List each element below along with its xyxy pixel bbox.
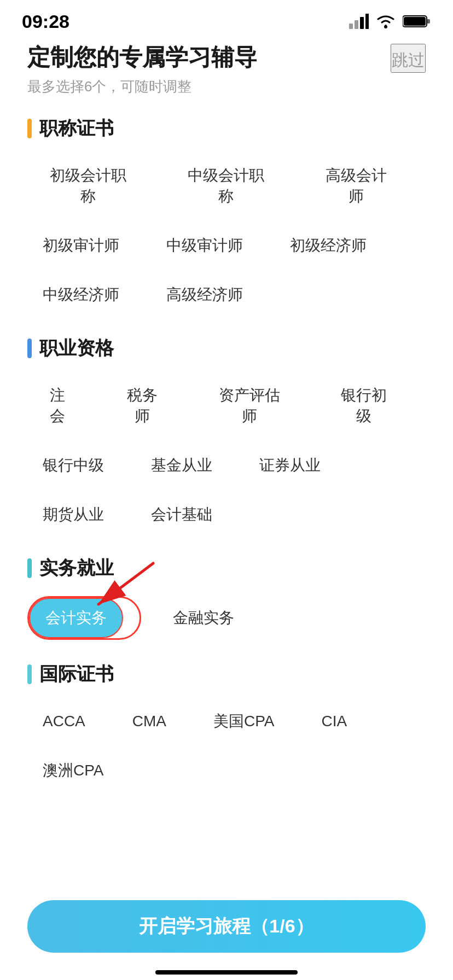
tag-中级会计职称[interactable]: 中级会计职称 — [165, 156, 287, 215]
svg-rect-6 — [427, 19, 430, 24]
section-title-zhiye: 职业资格 — [39, 336, 114, 361]
zhicheng-row-1: 初级会计职称 中级会计职称 高级会计师 — [27, 156, 426, 215]
tag-澳洲CPA[interactable]: 澳洲CPA — [27, 751, 119, 790]
section-shiwu: 实务就业 会计实务 金融实务 — [27, 556, 426, 640]
status-bar: 09:28 — [0, 0, 453, 33]
page-header: 定制您的专属学习辅导 跳过 — [27, 44, 426, 73]
tag-金融实务[interactable]: 金融实务 — [158, 596, 249, 640]
tag-证券从业[interactable]: 证券从业 — [244, 446, 336, 485]
section-indicator-zhiye — [27, 339, 32, 358]
zhicheng-row-3: 中级经济师 高级经济师 — [27, 276, 426, 314]
zhiye-row-3: 期货从业 会计基础 — [27, 495, 426, 534]
tag-银行初级[interactable]: 银行初级 — [318, 376, 409, 435]
section-title-guoji: 国际证书 — [39, 662, 114, 687]
skip-button[interactable]: 跳过 — [391, 44, 426, 73]
zhicheng-row-2: 初级审计师 中级审计师 初级经济师 — [27, 226, 426, 265]
section-indicator-guoji — [27, 664, 32, 684]
section-header-guoji: 国际证书 — [27, 662, 426, 687]
tag-初级会计职称[interactable]: 初级会计职称 — [27, 156, 149, 215]
signal-icon — [349, 14, 369, 29]
tag-中级经济师[interactable]: 中级经济师 — [27, 276, 135, 314]
tag-ACCA[interactable]: ACCA — [27, 702, 101, 740]
section-indicator-shiwu — [27, 558, 32, 578]
svg-rect-1 — [355, 20, 358, 29]
bottom-bar: 开启学习旅程（1/6） — [0, 889, 453, 980]
tag-注会[interactable]: 注会 — [27, 376, 88, 435]
home-indicator — [155, 970, 298, 975]
section-header-zhicheng: 职称证书 — [27, 116, 426, 141]
section-zhicheng: 职称证书 初级会计职称 中级会计职称 高级会计师 初级审计师 中级审计师 初级经… — [27, 116, 426, 314]
svg-rect-3 — [365, 14, 369, 29]
section-title-zhicheng: 职称证书 — [39, 116, 114, 141]
wifi-icon — [375, 14, 396, 29]
svg-rect-7 — [404, 17, 426, 26]
section-guoji: 国际证书 ACCA CMA 美国CPA CIA 澳洲CPA — [27, 662, 426, 790]
tag-期货从业[interactable]: 期货从业 — [27, 495, 119, 534]
red-arrow-icon — [77, 558, 164, 612]
tag-税务师[interactable]: 税务师 — [104, 376, 180, 435]
svg-line-9 — [98, 563, 153, 604]
tag-中级审计师[interactable]: 中级审计师 — [151, 226, 258, 265]
status-time: 09:28 — [22, 11, 69, 32]
zhiye-row-2: 银行中级 基金从业 证券从业 — [27, 446, 426, 485]
page-subtitle: 最多选择6个，可随时调整 — [27, 77, 426, 96]
tag-银行中级[interactable]: 银行中级 — [27, 446, 119, 485]
tag-初级经济师[interactable]: 初级经济师 — [275, 226, 382, 265]
section-indicator-zhicheng — [27, 119, 32, 138]
section-header-zhiye: 职业资格 — [27, 336, 426, 361]
tag-高级经济师[interactable]: 高级经济师 — [151, 276, 258, 314]
guoji-row-1: ACCA CMA 美国CPA CIA — [27, 702, 426, 740]
tag-基金从业[interactable]: 基金从业 — [136, 446, 228, 485]
tag-美国CPA[interactable]: 美国CPA — [198, 702, 290, 740]
tag-高级会计师[interactable]: 高级会计师 — [303, 156, 409, 215]
svg-rect-2 — [360, 17, 364, 29]
tag-初级审计师[interactable]: 初级审计师 — [27, 226, 135, 265]
svg-point-4 — [384, 25, 387, 28]
start-button[interactable]: 开启学习旅程（1/6） — [27, 900, 426, 953]
zhiye-row-1: 注会 税务师 资产评估师 银行初级 — [27, 376, 426, 435]
main-content: 定制您的专属学习辅导 跳过 最多选择6个，可随时调整 职称证书 初级会计职称 中… — [0, 33, 453, 921]
status-icons — [349, 14, 431, 29]
tag-CMA[interactable]: CMA — [117, 702, 182, 740]
section-zhiye: 职业资格 注会 税务师 资产评估师 银行初级 银行中级 基金从业 证券从业 期货… — [27, 336, 426, 534]
svg-rect-0 — [349, 24, 353, 29]
tag-资产评估师[interactable]: 资产评估师 — [196, 376, 302, 435]
page-title: 定制您的专属学习辅导 — [27, 44, 257, 71]
battery-icon — [403, 14, 431, 28]
tag-会计基础[interactable]: 会计基础 — [136, 495, 228, 534]
guoji-row-2: 澳洲CPA — [27, 751, 426, 790]
arrow-annotation: 会计实务 金融实务 — [27, 596, 426, 640]
tag-CIA[interactable]: CIA — [306, 702, 363, 740]
